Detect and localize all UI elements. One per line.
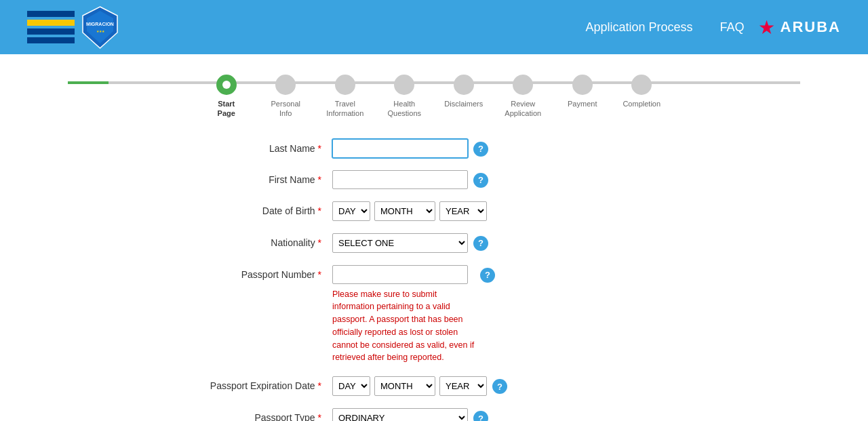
passport-number-input[interactable] (332, 265, 468, 284)
aruba-brand-text: ARUBA (781, 18, 841, 36)
passport-expiry-group: DAY MONTH YEAR (332, 376, 487, 396)
nav-faq[interactable]: FAQ (720, 20, 745, 35)
passport-expiry-help-icon[interactable]: ? (492, 379, 507, 394)
passport-number-help-icon[interactable]: ? (480, 268, 495, 283)
passport-expiry-row: Passport Expiration Date * DAY MONTH YEA… (170, 376, 698, 396)
dob-required: * (315, 205, 321, 216)
first-name-input[interactable] (332, 170, 468, 189)
dob-label: Date of Birth * (183, 201, 332, 216)
passport-number-required: * (315, 269, 321, 280)
step-circle-health (394, 75, 414, 95)
passport-expiry-day-select[interactable]: DAY (332, 376, 370, 396)
passport-expiry-month-select[interactable]: MONTH (374, 376, 435, 396)
step-label-payment: Payment (568, 99, 597, 108)
step-personal[interactable]: PersonalInfo (256, 75, 316, 119)
nationality-help-icon[interactable]: ? (473, 236, 488, 251)
step-circle-completion (631, 75, 652, 95)
step-completion[interactable]: Completion (612, 75, 672, 119)
step-circle-personal (275, 75, 296, 95)
passport-number-row: Passport Number * Please make sure to su… (170, 265, 698, 365)
nav-application-process[interactable]: Application Process (585, 20, 692, 35)
progress-steps: StartPage PersonalInfo TravelInformation… (197, 75, 671, 119)
dob-group: DAY MONTH YEAR (332, 201, 487, 221)
aruba-flag (27, 11, 75, 43)
main-content: Last Name * ? First Name * ? Date of Bir… (0, 125, 868, 421)
step-label-disclaimers: Disclaimers (444, 99, 483, 108)
flag-stripe-blue (27, 11, 75, 17)
first-name-required: * (315, 174, 321, 185)
progress-line-fill (68, 81, 108, 84)
first-name-help-icon[interactable]: ? (473, 173, 488, 188)
nationality-select[interactable]: SELECT ONE (332, 233, 468, 253)
progress-section: StartPage PersonalInfo TravelInformation… (0, 54, 868, 125)
nationality-required: * (315, 237, 321, 248)
passport-type-row: Passport Type * ORDINARY ? (170, 408, 698, 421)
flag-stripe-blue2 (27, 28, 75, 35)
first-name-row: First Name * ? (170, 170, 698, 189)
step-circle-review (513, 75, 533, 95)
step-label-personal: PersonalInfo (271, 99, 300, 119)
first-name-label: First Name * (183, 170, 332, 185)
flag-stripe-blue3 (27, 37, 75, 43)
step-label-travel: TravelInformation (326, 99, 363, 119)
step-circle-start (216, 75, 237, 95)
nationality-row: Nationality * SELECT ONE ? (170, 233, 698, 253)
flag-stripe-yellow1 (27, 20, 75, 26)
step-payment[interactable]: Payment (553, 75, 612, 119)
step-circle-disclaimers (454, 75, 474, 95)
step-circle-payment (572, 75, 593, 95)
step-review[interactable]: ReviewApplication (494, 75, 553, 119)
passport-type-label: Passport Type * (183, 408, 332, 421)
passport-note: Please make sure to submit information p… (332, 288, 475, 365)
dob-day-select[interactable]: DAY (332, 201, 370, 221)
passport-field-group: Please make sure to submit information p… (332, 265, 475, 365)
last-name-label: Last Name * (183, 139, 332, 154)
passport-type-required: * (315, 412, 321, 421)
step-circle-travel (335, 75, 355, 95)
form-container: Last Name * ? First Name * ? Date of Bir… (170, 139, 698, 421)
passport-number-label: Passport Number * (183, 265, 332, 280)
last-name-row: Last Name * ? (170, 139, 698, 158)
dob-year-select[interactable]: YEAR (439, 201, 487, 221)
step-label-health: HealthQuestions (387, 99, 421, 119)
dob-month-select[interactable]: MONTH (374, 201, 435, 221)
migracion-logo: MIGRACION ★★★ (81, 5, 119, 49)
aruba-star-icon: ★ (758, 16, 775, 39)
header-left: MIGRACION ★★★ (27, 5, 585, 49)
step-label-review: ReviewApplication (505, 99, 541, 119)
passport-expiry-required: * (315, 380, 321, 391)
step-health[interactable]: HealthQuestions (375, 75, 435, 119)
step-travel[interactable]: TravelInformation (315, 75, 375, 119)
step-label-completion: Completion (623, 99, 660, 108)
header-nav: Application Process FAQ (585, 20, 744, 35)
last-name-input[interactable] (332, 139, 468, 158)
passport-type-help-icon[interactable]: ? (473, 411, 488, 421)
svg-text:★★★: ★★★ (96, 29, 105, 33)
progress-track: StartPage PersonalInfo TravelInformation… (27, 68, 841, 119)
step-disclaimers[interactable]: Disclaimers (434, 75, 494, 119)
step-label-start: StartPage (218, 99, 235, 119)
step-start[interactable]: StartPage (197, 75, 256, 119)
header-brand: ★ ARUBA (758, 16, 841, 39)
last-name-required: * (315, 143, 321, 154)
svg-text:MIGRACION: MIGRACION (86, 22, 114, 26)
last-name-help-icon[interactable]: ? (473, 142, 488, 157)
dob-row: Date of Birth * DAY MONTH YEAR (170, 201, 698, 221)
passport-expiry-label: Passport Expiration Date * (183, 376, 332, 391)
nationality-label: Nationality * (183, 233, 332, 248)
passport-expiry-year-select[interactable]: YEAR (439, 376, 487, 396)
header: MIGRACION ★★★ Application Process FAQ ★ … (0, 0, 868, 54)
passport-type-select[interactable]: ORDINARY (332, 408, 468, 421)
